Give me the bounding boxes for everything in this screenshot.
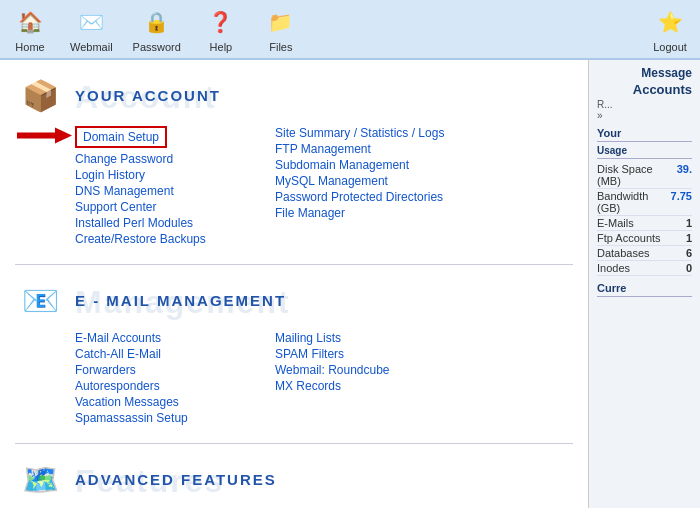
sidebar-databases-label: Databases	[597, 247, 650, 259]
password-icon: 🔒	[141, 6, 173, 38]
change-password-link[interactable]: Change Password	[75, 152, 275, 166]
divider-1	[15, 264, 573, 265]
spam-filters-link[interactable]: SPAM Filters	[275, 347, 475, 361]
nav-logout[interactable]: ⭐ Logout	[650, 6, 690, 53]
email-col2: Mailing Lists SPAM Filters Webmail: Roun…	[275, 331, 475, 425]
nav-logout-label: Logout	[653, 41, 687, 53]
sidebar-emails-label: E-Mails	[597, 217, 634, 229]
logout-icon: ⭐	[654, 6, 686, 38]
sidebar-emails-value: 1	[686, 217, 692, 229]
advanced-title-wrap: Features Advanced Features	[75, 471, 277, 488]
sidebar-ftp-value: 1	[686, 232, 692, 244]
sidebar-ftp-label: Ftp Accounts	[597, 232, 661, 244]
your-account-col1: Domain Setup Change Password Login Histo…	[75, 126, 275, 246]
home-icon: 🏠	[14, 6, 46, 38]
sidebar-usage-sub: Usage	[597, 145, 692, 159]
red-arrow	[17, 126, 72, 149]
mysql-link[interactable]: MySQL Management	[275, 174, 475, 188]
your-account-col2: Site Summary / Statistics / Logs FTP Man…	[275, 126, 475, 246]
advanced-features-section: 🗺️ Features Advanced Features Server Inf…	[15, 454, 573, 508]
ftp-management-link[interactable]: FTP Management	[275, 142, 475, 156]
sidebar-ftp-row: Ftp Accounts 1	[597, 231, 692, 246]
subdomain-link[interactable]: Subdomain Management	[275, 158, 475, 172]
your-account-links: Domain Setup Change Password Login Histo…	[75, 126, 573, 246]
mx-records-link[interactable]: MX Records	[275, 379, 475, 393]
sidebar-databases-row: Databases 6	[597, 246, 692, 261]
autoresponders-link[interactable]: Autoresponders	[75, 379, 275, 393]
vacation-link[interactable]: Vacation Messages	[75, 395, 275, 409]
sidebar-bandwidth-value: 7.75	[671, 190, 692, 214]
sidebar: Message Accounts R...» Your Usage Disk S…	[588, 60, 700, 508]
your-account-title: Your Account	[75, 87, 221, 104]
mailing-lists-link[interactable]: Mailing Lists	[275, 331, 475, 345]
email-icon: 📧	[15, 275, 65, 325]
nav-home-label: Home	[15, 41, 44, 53]
sidebar-diskspace-value: 39.	[677, 163, 692, 187]
main-layout: 📦 Account Your Account	[0, 60, 700, 508]
sidebar-inodes-label: Inodes	[597, 262, 630, 274]
login-history-link[interactable]: Login History	[75, 168, 275, 182]
top-navigation: 🏠 Home ✉️ Webmail 🔒 Password ❓ Help 📁 Fi…	[0, 0, 700, 60]
your-account-title-wrap: Account Your Account	[75, 87, 221, 104]
backups-link[interactable]: Create/Restore Backups	[75, 232, 275, 246]
roundcube-link[interactable]: Webmail: Roundcube	[275, 363, 475, 377]
help-icon: ❓	[205, 6, 237, 38]
nav-files[interactable]: 📁 Files	[261, 6, 301, 53]
content-area: 📦 Account Your Account	[0, 60, 588, 508]
site-summary-link[interactable]: Site Summary / Statistics / Logs	[275, 126, 475, 140]
catch-all-link[interactable]: Catch-All E-Mail	[75, 347, 275, 361]
email-accounts-link[interactable]: E-Mail Accounts	[75, 331, 275, 345]
sidebar-accounts-label: Accounts	[597, 82, 692, 97]
sidebar-accounts-sub: R...»	[597, 99, 692, 121]
email-col1: E-Mail Accounts Catch-All E-Mail Forward…	[75, 331, 275, 425]
perl-modules-link[interactable]: Installed Perl Modules	[75, 216, 275, 230]
email-title-wrap: Management E - Mail Management	[75, 292, 286, 309]
spam-setup-link[interactable]: Spamassassin Setup	[75, 411, 275, 425]
nav-password[interactable]: 🔒 Password	[133, 6, 181, 53]
sidebar-emails-row: E-Mails 1	[597, 216, 692, 231]
sidebar-bandwidth-label: Bandwidth (GB)	[597, 190, 671, 214]
file-manager-link[interactable]: File Manager	[275, 206, 475, 220]
files-icon: 📁	[265, 6, 297, 38]
your-account-icon: 📦	[15, 70, 65, 120]
your-account-section: 📦 Account Your Account	[15, 70, 573, 246]
email-links: E-Mail Accounts Catch-All E-Mail Forward…	[75, 331, 573, 425]
nav-help-label: Help	[210, 41, 233, 53]
dns-management-link[interactable]: DNS Management	[75, 184, 275, 198]
sidebar-inodes-row: Inodes 0	[597, 261, 692, 276]
sidebar-diskspace-label: Disk Space (MB)	[597, 163, 677, 187]
email-management-section: 📧 Management E - Mail Management E-Mail …	[15, 275, 573, 425]
webmail-icon: ✉️	[75, 6, 107, 38]
sidebar-message-label: Message	[597, 66, 692, 80]
password-dirs-link[interactable]: Password Protected Directories	[275, 190, 475, 204]
advanced-header: 🗺️ Features Advanced Features	[15, 454, 573, 504]
email-title: E - Mail Management	[75, 292, 286, 309]
nav-password-label: Password	[133, 41, 181, 53]
advanced-icon: 🗺️	[15, 454, 65, 504]
your-account-header: 📦 Account Your Account	[15, 70, 573, 120]
nav-webmail-label: Webmail	[70, 41, 113, 53]
sidebar-bandwidth-row: Bandwidth (GB) 7.75	[597, 189, 692, 216]
forwarders-link[interactable]: Forwarders	[75, 363, 275, 377]
divider-2	[15, 443, 573, 444]
sidebar-diskspace-row: Disk Space (MB) 39.	[597, 162, 692, 189]
advanced-title: Advanced Features	[75, 471, 277, 488]
sidebar-current-title: Curre	[597, 282, 692, 297]
email-header: 📧 Management E - Mail Management	[15, 275, 573, 325]
nav-files-label: Files	[269, 41, 292, 53]
sidebar-inodes-value: 0	[686, 262, 692, 274]
nav-webmail[interactable]: ✉️ Webmail	[70, 6, 113, 53]
nav-help[interactable]: ❓ Help	[201, 6, 241, 53]
support-center-link[interactable]: Support Center	[75, 200, 275, 214]
svg-marker-0	[17, 128, 72, 144]
domain-setup-link[interactable]: Domain Setup	[75, 126, 167, 148]
nav-home[interactable]: 🏠 Home	[10, 6, 50, 53]
sidebar-databases-value: 6	[686, 247, 692, 259]
sidebar-your-label: Your	[597, 127, 692, 142]
